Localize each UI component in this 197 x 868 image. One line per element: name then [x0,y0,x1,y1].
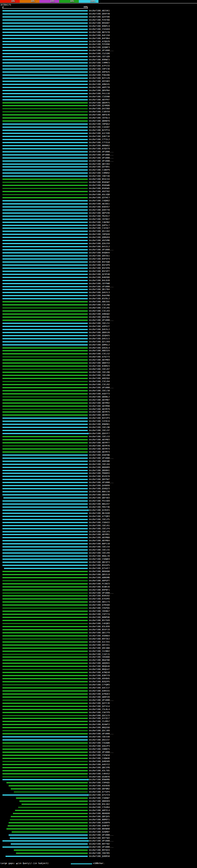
hit-line [2,589,88,591]
hit-label: UniRef100_Q6B528 [89,331,109,334]
hit-row: UniRef100_Q3UJ59 [0,242,197,245]
hit-line [2,559,88,560]
hit-line [2,779,88,780]
hit-line [2,188,88,189]
hit-row: UniRef100_C8CLR9 [0,552,197,555]
hit-row: UniRef100_A6YM72 [0,413,197,416]
hit-label: UniRef100_UP1000... [89,151,113,153]
hit-row: UniRef100_B2YPY4 [0,129,197,132]
hit-row: UniRef100_UP1000... [0,481,197,484]
hit-line [2,604,88,606]
hit-label: UniRef100_A6YM75 [89,411,109,413]
hit-label: UniRef100_C3CL52 [89,352,109,355]
hit-line [2,234,88,235]
hit-row: UniRef100_A7QDZ9 [0,40,197,43]
hit-line [2,41,88,42]
hit-row: UniRef100_A1D6P9 [0,821,197,824]
hit-label: UniRef100_A6YM83 [89,438,109,441]
hit-label: UniRef100_B5SCX4 [89,178,109,181]
hit-row: UniRef100_Q05PN4 [0,89,197,92]
hit-label: UniRef100_Q5CJ09 [89,730,109,732]
hit-line [14,791,88,793]
hit-line [2,662,88,664]
hit-row: UniRef100_B4DVG7 [0,206,197,209]
hit-row: UniRef100_A6IVK1 [0,9,197,12]
hit-row: UniRef100_B4F9R4 [0,37,197,40]
hit-line [2,16,88,18]
hit-line [2,163,88,165]
hit-label: UniRef100_B4Y2P3 [89,417,109,420]
hit-label: UniRef100_Q6EM75 [89,102,109,104]
hit-line [2,623,88,624]
hit-label: UniRef100_B2AWT2 [89,723,109,726]
hit-line [13,813,88,814]
hit-line [11,843,88,845]
hit-line [2,136,88,137]
hit-label: UniRef100_C0PI38 [89,68,109,70]
hit-line [2,840,88,841]
hit-line [2,442,88,443]
hit-row: UniRef100_B6Q648 [0,665,197,668]
hit-row: UniRef100_C4W3N2 [0,221,197,224]
hit-line [2,265,88,266]
hit-row: UniRef100_A9P8Z5 [0,70,197,73]
hit-row: UniRef100_Q2XTD6 [0,16,197,19]
hit-line [2,635,88,637]
hit-label: UniRef100_Q42368 [89,107,109,110]
hit-label: UniRef100_A6YM88 [89,536,109,539]
hit-line [2,421,88,422]
hit-row: UniRef100_A5DNA4 [0,634,197,638]
hit-label: UniRef100_B5FXP7 [89,270,109,273]
hit-label: UniRef100_A2QR07 [89,831,109,834]
hit-row: UniRef100_A7PI33 [0,64,197,67]
hit-line [2,758,88,759]
hit-label: UniRef100_C7YQM3 [89,684,109,686]
hit-label: UniRef100_Q05PN4 [89,89,109,92]
hit-line [2,755,88,756]
hit-row: UniRef100_B5DGW6 [0,184,197,187]
hit-row: UniRef100_A8PZL4 [0,809,197,812]
hit-label: UniRef100_Q6D0H1 [89,469,109,472]
hit-line [6,828,88,830]
hit-line [2,274,88,275]
hit-row: UniRef100_B4Y2P3 [0,416,197,420]
hit-label: UniRef100_B6JUU0 [89,512,109,515]
hit-label: UniRef100_A6YM76 [89,445,109,447]
hit-line [9,822,88,823]
hit-label: UniRef100_UP1000... [89,592,113,595]
hit-line [2,513,88,514]
hit-row: UniRef100_B4QN44 [0,251,197,254]
hit-label: UniRef100_P05736 [89,506,109,509]
hit-row: UniRef100_A5E0V6 [0,784,197,787]
hit-row: UniRef100_Q6ED36 [0,493,197,496]
hit-label: UniRef100_Q4T091 [89,166,109,168]
hit-label: UniRef100_A5LVQ0 [89,193,109,196]
hit-label: UniRef100_C8CLP3 [89,530,109,533]
hit-label: UniRef100_C5L6L4 [89,708,109,711]
hit-label: UniRef100_B2Y129 [89,77,109,80]
hit-line [2,320,88,321]
hit-label: UniRef100_C5FW18 [89,754,109,757]
hit-line [2,292,88,293]
hit-line [2,209,88,211]
hit-label: UniRef100_C8CL51 [89,322,109,325]
hit-line [2,611,88,612]
hit-row: UniRef100_A7TQR3 [0,515,197,518]
hit-label: UniRef100_A3LT85 [89,770,109,772]
hit-line [2,405,88,407]
hit-line [2,378,88,379]
hit-line [2,730,88,731]
hit-label: UniRef100_Q4GXL4 [89,347,109,349]
hit-row: UniRef100_B9PBF1 [0,588,197,591]
hit-line [2,846,88,848]
hit-label: UniRef100_UP1000... [89,248,113,251]
hit-row: UniRef100_C1BV59 [0,110,197,113]
hit-row: UniRef100_B9SK07 [0,22,197,25]
hit-line [2,176,88,177]
hit-line [2,90,88,91]
hit-row: UniRef100_B6RB62 [0,144,197,147]
hit-label: UniRef100_C0PQG2 [89,123,109,126]
hit-row: UniRef100_P62917 [0,215,197,218]
hit-row: UniRef100_C5P774 [0,613,197,616]
hit-label: UniRef100_C6EIU8 [89,736,109,738]
